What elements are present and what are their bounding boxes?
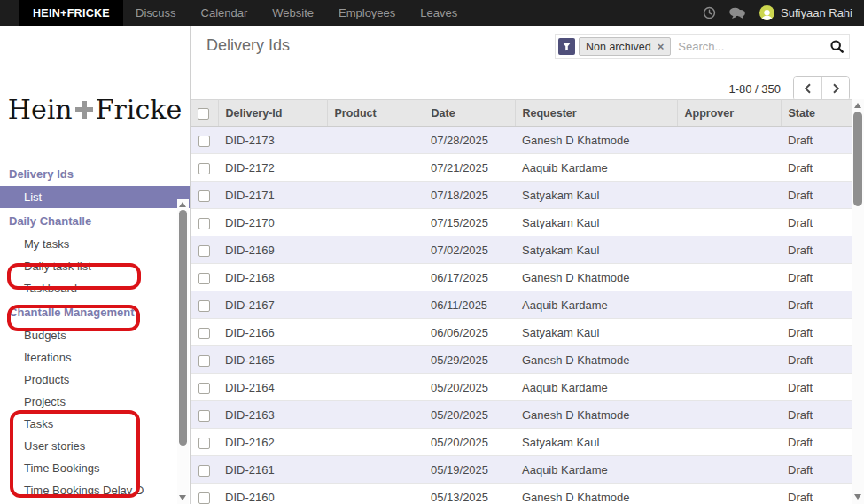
column-header-date[interactable]: Date — [424, 100, 515, 127]
filter-chip-label: Non archived — [586, 41, 651, 53]
messages-icon[interactable] — [729, 7, 745, 19]
remove-filter-icon[interactable]: × — [658, 40, 665, 53]
cell-approver — [677, 401, 781, 429]
row-checkbox[interactable] — [198, 328, 210, 339]
table-row[interactable]: DID-216806/17/2025Ganesh D KhatmodeDraft — [191, 264, 852, 291]
pager-previous-button[interactable] — [794, 77, 821, 100]
table-row[interactable]: DID-216606/06/2025Satyakam KaulDraft — [191, 319, 852, 346]
sidebar: HeinFricke Delivery IdsListDaily Chantal… — [0, 26, 191, 504]
table-row[interactable]: DID-217107/18/2025Satyakam KaulDraft — [191, 182, 852, 209]
sidebar-item-daily-task-list[interactable]: Daily task list — [0, 255, 190, 277]
sidebar-item-budgets[interactable]: Budgets — [0, 324, 190, 346]
search-icon[interactable] — [829, 39, 845, 54]
cell-state: Draft — [781, 319, 852, 346]
cell-state: Draft — [781, 209, 852, 236]
sidebar-item-taskboard[interactable]: Taskboard — [0, 277, 190, 299]
cell-requester: Ganesh D Khatmode — [515, 401, 677, 429]
table-row[interactable]: DID-216305/20/2025Ganesh D KhatmodeDraft — [191, 401, 852, 429]
sidebar-item-time-bookings[interactable]: Time Bookings — [0, 457, 190, 479]
table-row[interactable]: DID-217207/21/2025Aaquib KardameDraft — [191, 154, 852, 182]
table-row[interactable]: DID-216505/29/2025Ganesh D KhatmodeDraft — [191, 346, 852, 374]
sidebar-item-projects[interactable]: Projects — [0, 391, 190, 413]
cell-date: 06/11/2025 — [424, 291, 515, 319]
row-checkbox-cell — [191, 374, 218, 401]
table-row[interactable]: DID-216205/20/2025Satyakam KaulDraft — [191, 429, 852, 456]
content-scrollbar[interactable] — [852, 99, 864, 504]
row-checkbox[interactable] — [198, 163, 210, 174]
row-checkbox[interactable] — [198, 465, 210, 477]
cell-requester: Satyakam Kaul — [515, 319, 677, 346]
sidebar-item-iterations[interactable]: Iterations — [0, 346, 190, 368]
table-row[interactable]: DID-216005/13/2025Ganesh D KhatmodeDraft — [191, 484, 852, 504]
sidebar-item-my-tasks[interactable]: My tasks — [0, 233, 190, 255]
cell-delivery-id: DID-2172 — [218, 154, 327, 182]
row-checkbox[interactable] — [198, 190, 210, 202]
company-logo: HeinFricke — [0, 91, 190, 128]
page-title: Delivery Ids — [206, 36, 290, 55]
menu-item-leaves[interactable]: Leaves — [408, 0, 470, 26]
cell-state: Draft — [781, 484, 852, 504]
main-content: Delivery Ids Non archived × 1-80 / 350 — [191, 26, 864, 504]
menu-item-employees[interactable]: Employees — [326, 0, 408, 26]
column-header-delivery-id[interactable]: Delivery-Id — [218, 100, 327, 127]
cell-date: 06/06/2025 — [424, 319, 515, 346]
row-checkbox[interactable] — [198, 300, 210, 312]
cell-requester: Aaquib Kardame — [515, 291, 677, 319]
cell-requester: Aaquib Kardame — [515, 154, 677, 182]
scroll-down-arrow-icon[interactable] — [179, 495, 186, 500]
sidebar-item-products[interactable]: Products — [0, 368, 190, 391]
row-checkbox[interactable] — [198, 355, 210, 367]
select-all-checkbox[interactable] — [198, 108, 209, 120]
pager-next-button[interactable] — [821, 77, 849, 100]
table-row[interactable]: DID-217307/28/2025Ganesh D KhatmodeDraft — [191, 127, 852, 154]
filter-icon[interactable] — [558, 38, 575, 55]
menu-item-discuss[interactable]: Discuss — [123, 0, 189, 26]
cell-approver — [677, 127, 781, 154]
scroll-up-arrow-icon[interactable] — [179, 202, 186, 207]
content-scrollbar-thumb[interactable] — [853, 112, 862, 206]
row-checkbox[interactable] — [198, 245, 210, 257]
cell-date: 06/17/2025 — [424, 264, 515, 291]
row-checkbox[interactable] — [198, 492, 210, 504]
column-header-product[interactable]: Product — [327, 100, 424, 127]
topbar: HEIN+FRICKE DiscussCalendarWebsiteEmploy… — [0, 0, 864, 26]
filter-chip-non-archived[interactable]: Non archived × — [579, 37, 671, 56]
scroll-up-arrow-icon[interactable] — [854, 103, 861, 108]
row-checkbox[interactable] — [198, 383, 210, 394]
brand-button[interactable]: HEIN+FRICKE — [19, 0, 123, 26]
sidebar-scrollbar-thumb[interactable] — [179, 210, 187, 446]
cell-state: Draft — [781, 291, 852, 319]
cell-product — [327, 182, 424, 209]
sidebar-item-time-bookings-delay-d[interactable]: Time Bookings Delay D — [0, 479, 190, 501]
table-row[interactable]: DID-216405/20/2025Aaquib KardameDraft — [191, 374, 852, 401]
table-row[interactable]: DID-216105/19/2025Aaquib KardameDraft — [191, 456, 852, 484]
table-row[interactable]: DID-217007/15/2025Satyakam KaulDraft — [191, 209, 852, 236]
sidebar-item-user-stories[interactable]: User stories — [0, 435, 190, 457]
sidebar-scrollbar[interactable] — [177, 199, 189, 504]
row-checkbox[interactable] — [198, 438, 210, 449]
scroll-down-arrow-icon[interactable] — [854, 494, 861, 500]
cell-product — [327, 374, 424, 401]
table-row[interactable]: DID-216907/02/2025Satyakam KaulDraft — [191, 236, 852, 264]
cell-product — [327, 209, 424, 236]
row-checkbox[interactable] — [198, 136, 210, 147]
search-input[interactable] — [671, 40, 829, 53]
column-header-requester[interactable]: Requester — [515, 100, 677, 127]
menu-item-calendar[interactable]: Calendar — [189, 0, 261, 26]
cell-date: 07/02/2025 — [424, 236, 515, 264]
user-avatar[interactable] — [759, 5, 774, 20]
sidebar-item-tasks[interactable]: Tasks — [0, 413, 190, 435]
row-checkbox[interactable] — [198, 218, 210, 229]
row-checkbox[interactable] — [198, 410, 210, 422]
column-header-approver[interactable]: Approver — [677, 100, 781, 127]
clock-icon[interactable] — [703, 6, 716, 19]
user-name[interactable]: Sufiyaan Rahi — [781, 6, 852, 19]
table-row[interactable]: DID-216706/11/2025Aaquib KardameDraft — [191, 291, 852, 319]
column-header-state[interactable]: State — [781, 100, 852, 127]
cell-date: 07/21/2025 — [424, 154, 515, 182]
row-checkbox[interactable] — [198, 273, 210, 284]
menu-item-website[interactable]: Website — [260, 0, 326, 26]
cell-state: Draft — [781, 154, 852, 182]
sidebar-item-list[interactable]: List — [0, 186, 190, 208]
cell-approver — [677, 236, 781, 264]
